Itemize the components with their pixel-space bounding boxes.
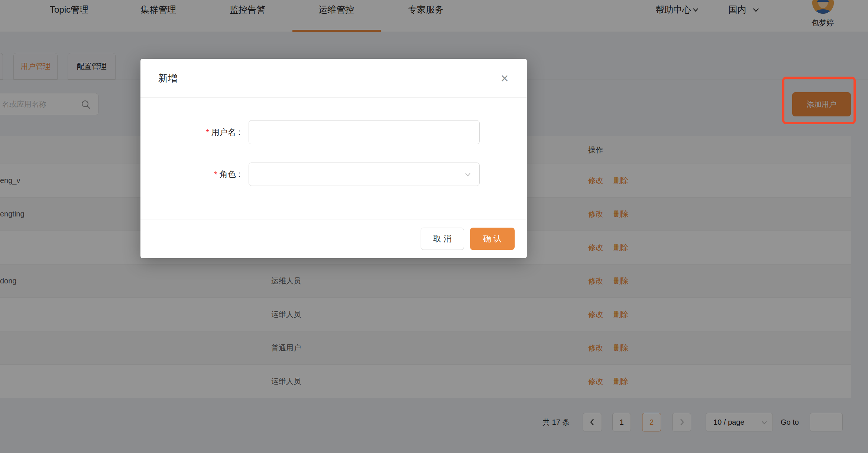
role-field-label: *角色 : — [140, 163, 240, 186]
confirm-button[interactable]: 确 认 — [470, 228, 515, 250]
modal-title: 新增 — [158, 59, 178, 98]
username-field-label: *用户名 : — [140, 120, 240, 144]
required-mark: * — [206, 128, 209, 137]
close-icon[interactable]: × — [493, 59, 516, 98]
page: Topic管理 集群管理 监控告警 运维管控 专家服务 帮助中心 国内 包梦婷 … — [0, 0, 868, 453]
username-field[interactable] — [249, 120, 480, 144]
annotation-highlight-box — [782, 77, 856, 124]
role-select[interactable] — [249, 163, 480, 186]
modal-header: 新增 × — [140, 59, 527, 98]
cancel-button[interactable]: 取 消 — [421, 228, 464, 250]
required-mark: * — [214, 170, 217, 179]
add-user-modal: 新增 × *用户名 : *角色 : 取 消 确 认 — [140, 59, 527, 258]
modal-footer-divider — [140, 219, 527, 219]
